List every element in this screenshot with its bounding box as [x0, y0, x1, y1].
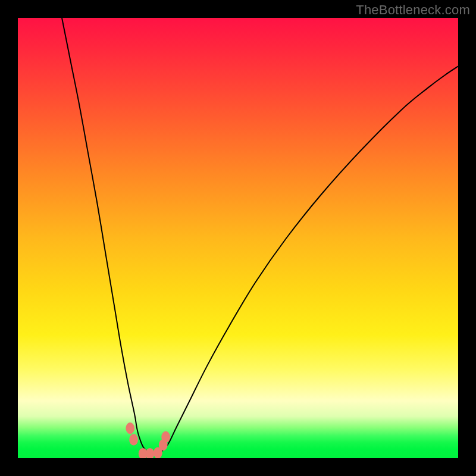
plot-area [18, 18, 458, 458]
bottleneck-curves [18, 18, 458, 458]
marker-1 [129, 434, 138, 445]
marker-6 [161, 431, 170, 443]
watermark-text: TheBottleneck.com [356, 2, 470, 18]
curve-right-branch [159, 66, 458, 453]
chart-frame: TheBottleneck.com [0, 0, 476, 476]
curve-left-branch [62, 18, 159, 454]
marker-0 [126, 422, 134, 434]
marker-3 [146, 448, 155, 458]
